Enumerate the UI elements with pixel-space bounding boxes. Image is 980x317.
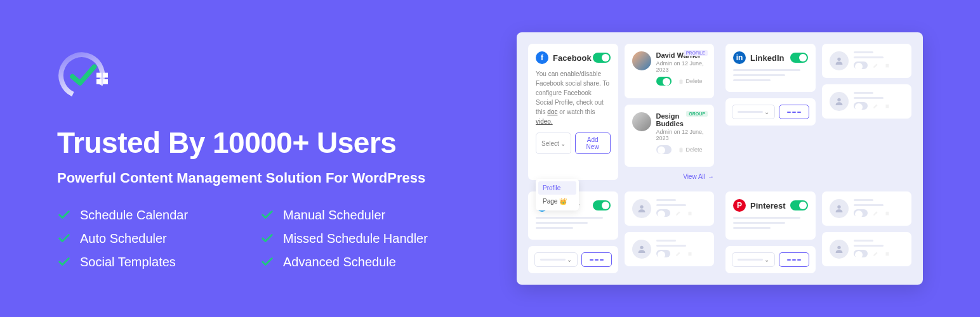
chevron-down-icon: ⌄ (764, 256, 769, 263)
select-card: ⌄ (725, 98, 816, 126)
add-new-button[interactable]: Add New (575, 133, 611, 154)
profile-badge: PROFILE (684, 50, 708, 56)
toggle-placeholder[interactable] (854, 209, 868, 217)
facebook-card: fFacebook You can enable/disable Faceboo… (528, 44, 618, 180)
feature-item: Auto Scheduler (57, 231, 235, 246)
select-placeholder[interactable]: ⌄ (732, 105, 775, 119)
svg-point-6 (837, 98, 840, 101)
facebook-desc: You can enable/disable Facebook social s… (536, 69, 611, 126)
profile-toggle[interactable] (656, 77, 672, 86)
svg-point-7 (640, 205, 643, 209)
linkedin-label: LinkedIn (750, 53, 784, 63)
facebook-toggle[interactable] (593, 53, 611, 63)
select-card: ⌄ (725, 246, 816, 273)
select-placeholder[interactable]: ⌄ (534, 252, 578, 267)
placeholder-profile (625, 232, 715, 266)
avatar-placeholder (830, 240, 849, 259)
feature-item: Manual Scheduler (260, 208, 438, 223)
profile-meta: Admin on 12 June, 2023 (656, 129, 707, 141)
feature-item: Social Templates (57, 255, 235, 269)
svg-rect-3 (96, 79, 102, 84)
avatar-placeholder (632, 240, 651, 259)
profile-card: PROFILE David Warner Admin on 12 June, 2… (625, 44, 715, 98)
svg-point-9 (837, 205, 840, 209)
select-placeholder[interactable]: ⌄ (732, 252, 775, 267)
pinterest-label: Pinterest (750, 201, 786, 210)
facebook-label: Facebook (553, 53, 592, 63)
toggle-placeholder[interactable] (656, 250, 670, 257)
svg-point-0 (57, 48, 109, 103)
avatar-placeholder (830, 199, 849, 218)
view-all-link[interactable]: View All → (625, 173, 715, 180)
avatar-placeholder (632, 199, 651, 218)
dropdown-profile[interactable]: Profile (538, 181, 576, 195)
delete-button[interactable]: Delete (678, 146, 703, 153)
placeholder-profile (822, 44, 912, 78)
placeholder-profile (822, 84, 912, 119)
profile-toggle[interactable] (656, 145, 672, 154)
avatar-placeholder (830, 92, 849, 111)
svg-rect-2 (103, 72, 108, 77)
svg-point-10 (837, 246, 840, 249)
pinterest-toggle[interactable] (790, 200, 808, 210)
svg-rect-1 (96, 72, 102, 77)
profile-meta: Admin on 12 June, 2023 (656, 60, 707, 73)
dropdown-page[interactable]: Page 👑 (538, 195, 576, 208)
linkedin-icon: in (733, 51, 746, 64)
add-button-placeholder[interactable] (779, 105, 809, 119)
select-dropdown: Profile Page 👑 (536, 179, 579, 210)
profile-card: GROUP Design Buddies Admin on 12 June, 2… (625, 105, 715, 167)
linkedin-toggle[interactable] (790, 53, 808, 63)
chevron-down-icon: ⌄ (567, 256, 572, 263)
avatar (632, 112, 651, 131)
feature-item: Missed Schedule Handler (260, 231, 438, 246)
delete-button[interactable]: Delete (678, 78, 703, 84)
pinterest-icon: P (733, 199, 746, 212)
facebook-select[interactable]: Select⌄ (536, 133, 571, 154)
hero-subtitle: Powerful Content Management Solution For… (57, 170, 479, 186)
product-logo (57, 48, 112, 103)
chevron-down-icon: ⌄ (560, 140, 566, 147)
hero-title: Trusted By 10000+ Users (57, 126, 479, 160)
placeholder-profile (822, 191, 912, 226)
group-badge: GROUP (686, 111, 708, 117)
svg-point-5 (837, 58, 840, 61)
svg-point-8 (640, 246, 643, 249)
select-card: ⌄ (528, 246, 618, 273)
facebook-icon: f (536, 51, 548, 64)
pinterest-card: PPinterest (725, 191, 816, 240)
dashboard-panel: fFacebook You can enable/disable Faceboo… (517, 32, 923, 285)
linkedin-card: inLinkedIn (725, 44, 816, 92)
feature-item: Advanced Schedule (260, 255, 438, 269)
feature-item: Schedule Calendar (57, 208, 235, 223)
toggle-placeholder[interactable] (854, 102, 868, 110)
svg-rect-4 (103, 79, 108, 84)
add-button-placeholder[interactable] (581, 252, 611, 267)
add-button-placeholder[interactable] (779, 252, 809, 267)
toggle-placeholder[interactable] (854, 250, 868, 257)
placeholder-profile (625, 191, 715, 226)
twitter-toggle[interactable] (593, 200, 611, 210)
toggle-placeholder[interactable] (854, 61, 868, 69)
chevron-down-icon: ⌄ (764, 108, 769, 115)
placeholder-profile (822, 232, 912, 266)
avatar (632, 51, 651, 70)
toggle-placeholder[interactable] (656, 209, 670, 217)
avatar-placeholder (830, 51, 849, 70)
